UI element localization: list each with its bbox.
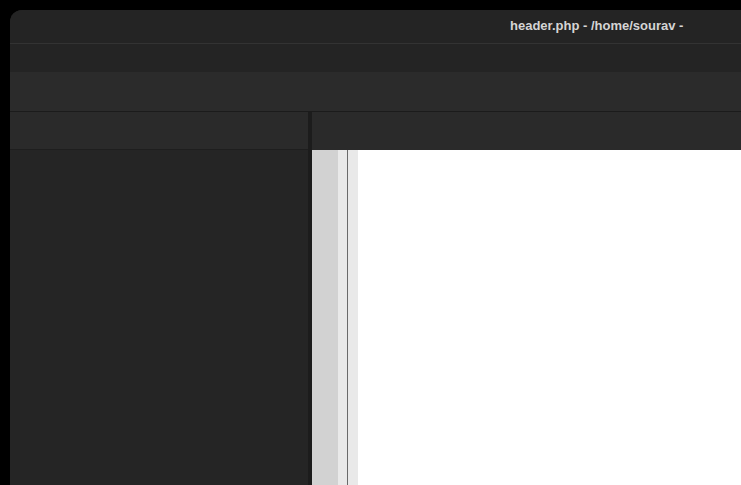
menubar xyxy=(10,44,741,72)
toolbar xyxy=(10,72,741,112)
editor-surface[interactable] xyxy=(358,150,741,485)
fold-line xyxy=(347,150,348,485)
documents-tree xyxy=(10,150,308,485)
line-number-gutter xyxy=(312,150,338,485)
code-area xyxy=(312,150,741,485)
window-title: header.php - /home/sourav - xyxy=(510,18,683,33)
editor-panel xyxy=(312,112,741,485)
main-area xyxy=(10,112,741,485)
geany-window: header.php - /home/sourav - xyxy=(10,10,741,485)
fold-margin xyxy=(338,150,358,485)
sidebar xyxy=(10,112,308,485)
editor-tabbar xyxy=(312,112,741,150)
sidebar-tabbar xyxy=(10,112,308,150)
titlebar[interactable]: header.php - /home/sourav - xyxy=(10,10,741,44)
